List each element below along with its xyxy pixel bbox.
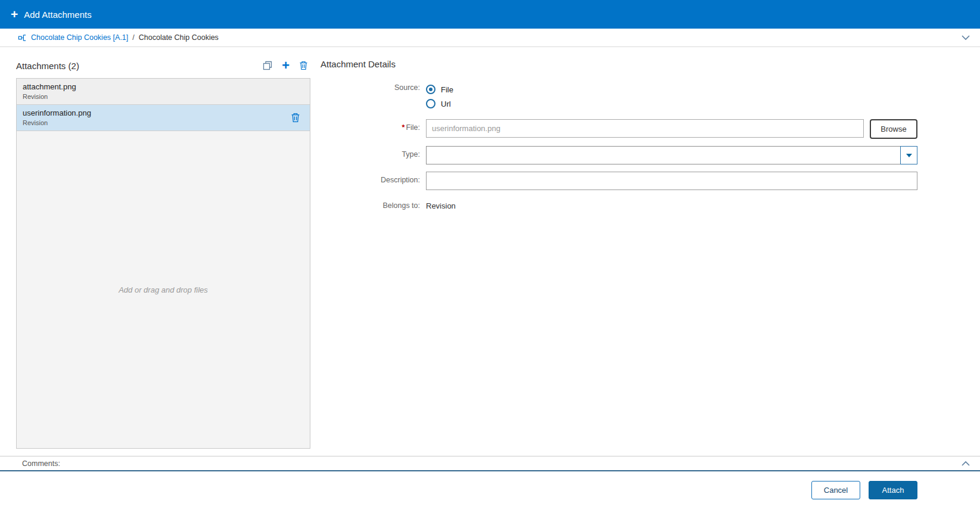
breadcrumb-separator: / (132, 33, 134, 42)
description-label: Description: (321, 172, 426, 190)
breadcrumb-collapse-button[interactable] (961, 35, 970, 41)
belongs-to-row: Belongs to: Revision (321, 197, 917, 210)
attachments-toolbar: + (263, 59, 310, 72)
description-row: Description: (321, 172, 917, 190)
source-label: Source: (321, 82, 426, 108)
type-label: Type: (321, 146, 426, 164)
attachments-list: attachment.png Revision userinformation.… (16, 78, 310, 449)
window-title: Add Attachments (24, 10, 91, 20)
belongs-to-label: Belongs to: (321, 197, 426, 210)
source-option-file[interactable]: File (426, 85, 917, 94)
description-input[interactable] (426, 172, 917, 190)
open-in-window-icon (263, 61, 272, 70)
type-row: Type: (321, 146, 917, 164)
comments-collapse-button[interactable] (961, 461, 970, 467)
radio-selected-icon[interactable] (426, 85, 435, 94)
comments-label: Comments: (22, 459, 60, 468)
source-radio-group: File Url (426, 82, 917, 108)
attachment-name: attachment.png (23, 82, 76, 91)
delete-attachment-button[interactable] (299, 61, 308, 70)
trash-icon (291, 113, 300, 123)
attachment-details-title: Attachment Details (321, 59, 917, 69)
browse-button[interactable]: Browse (870, 119, 917, 139)
add-attachments-icon: + (11, 8, 18, 20)
source-option-url[interactable]: Url (426, 99, 917, 108)
attach-button[interactable]: Attach (869, 481, 917, 499)
file-label: *File: (321, 119, 426, 139)
type-field-group (426, 146, 917, 164)
file-dropzone[interactable]: Add or drag and drop files (17, 131, 310, 448)
attachment-details-panel: Attachment Details Source: File Url *Fil… (310, 55, 980, 449)
attachment-row-text: userinformation.png Revision (23, 108, 91, 126)
description-field-group (426, 172, 917, 190)
dropzone-hint: Add or drag and drop files (119, 285, 208, 294)
breadcrumb: Chocolate Chip Cookies [A.1] / Chocolate… (0, 29, 980, 47)
attachment-belongs-to: Revision (23, 93, 76, 100)
belongs-to-value: Revision (426, 197, 917, 210)
dropdown-arrow-icon (906, 154, 912, 157)
main-content: Attachments (2) + (0, 47, 980, 456)
attachment-belongs-to: Revision (23, 119, 91, 126)
attachments-panel-header: Attachments (2) + (16, 59, 310, 72)
cancel-button[interactable]: Cancel (811, 481, 860, 499)
delete-row-button[interactable] (291, 113, 300, 123)
chevron-up-icon (961, 461, 970, 467)
attachments-panel: Attachments (2) + (16, 55, 310, 449)
source-option-url-label: Url (441, 100, 451, 108)
plus-icon: + (282, 59, 290, 72)
window-header: + Add Attachments (0, 0, 980, 29)
file-row: *File: Browse (321, 119, 917, 139)
chevron-down-icon (961, 35, 970, 41)
breadcrumb-root-link[interactable]: Chocolate Chip Cookies [A.1] (31, 33, 128, 42)
file-input[interactable] (426, 119, 864, 138)
file-field-group: Browse (426, 119, 917, 139)
attachment-row-selected[interactable]: userinformation.png Revision (17, 105, 310, 131)
type-input[interactable] (426, 146, 900, 164)
source-row: Source: File Url (321, 82, 917, 108)
required-marker: * (402, 123, 405, 132)
comments-bar: Comments: (0, 456, 980, 471)
open-in-window-button[interactable] (263, 61, 272, 70)
radio-unselected-icon[interactable] (426, 99, 435, 108)
attachment-row[interactable]: attachment.png Revision (17, 79, 310, 105)
breadcrumb-current: Chocolate Chip Cookies (139, 33, 219, 42)
attachments-title: Attachments (2) (16, 61, 79, 71)
part-structure-icon (18, 33, 27, 42)
attachment-row-text: attachment.png Revision (23, 82, 76, 100)
source-option-file-label: File (441, 85, 453, 94)
attachment-name: userinformation.png (23, 108, 91, 117)
type-dropdown-button[interactable] (900, 146, 917, 164)
file-label-text: File: (406, 123, 420, 132)
trash-icon (299, 61, 308, 70)
add-attachment-button[interactable]: + (282, 59, 290, 72)
footer-actions: Cancel Attach (0, 471, 980, 499)
